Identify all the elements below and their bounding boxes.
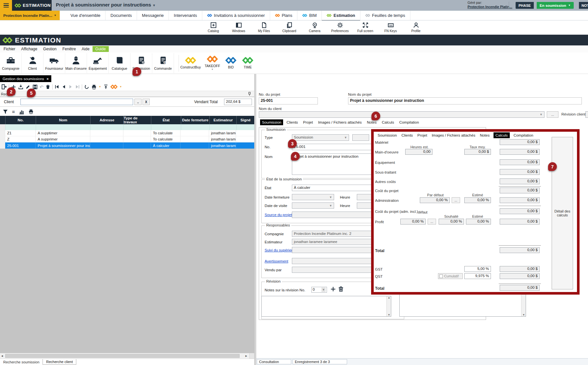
tab-intervenants[interactable]: Intervenants (169, 11, 202, 20)
diamond-icon[interactable] (110, 85, 118, 89)
doc-tab-gestion-soumissions[interactable]: Gestion des soumissions × (0, 75, 51, 82)
compagnie-button[interactable]: Compagnie (0, 53, 22, 73)
full-screen-button[interactable]: Full screen (353, 22, 378, 33)
textarea-scrollbar[interactable]: ▲ ▼ (386, 296, 391, 316)
profit-estime[interactable]: 0,00 % (466, 219, 491, 225)
tab-soumission[interactable]: Soumission (377, 133, 397, 138)
constructbuy-button[interactable]: ConstructBuy (179, 53, 202, 73)
sous-traitant-total[interactable]: 0,00 $ (500, 169, 540, 175)
exit-icon[interactable] (1, 84, 7, 90)
client-button[interactable]: Client (22, 53, 44, 73)
profit-defaut[interactable]: 0,00 % (400, 219, 426, 225)
menu-fenetre[interactable]: Fenêtre (59, 46, 79, 52)
tab-messagerie[interactable]: Messagerie (137, 11, 169, 20)
tab-plans[interactable]: Plans (270, 11, 298, 20)
detail-calculs-button[interactable]: Détail des calculs (552, 137, 573, 289)
autres-couts-total[interactable]: 0,00 $ (500, 178, 540, 184)
scrollbar-thumb[interactable] (5, 354, 240, 358)
main-doeuvre-button[interactable]: Main d'oeuvre (65, 53, 87, 73)
preferences-button[interactable]: Preferences (327, 22, 353, 33)
tab-images-fichiers[interactable]: Images / Fichiers attachés (316, 119, 364, 125)
profit-souhaite[interactable]: 0,00 % (439, 219, 464, 225)
col-no[interactable]: No. (6, 116, 36, 124)
undo-icon[interactable]: ↶ (40, 84, 44, 90)
client-input[interactable] (20, 99, 133, 105)
tab-bim[interactable]: BIM (297, 11, 322, 20)
print-grid-icon[interactable] (28, 109, 34, 114)
tab-vue-densemble[interactable]: Vue d'ensemble (66, 11, 106, 20)
date-visite-dropdown[interactable]: ▼ (292, 202, 334, 209)
fournisseur-button[interactable]: Fournisseur (44, 53, 65, 73)
guide-step-6[interactable]: 6 (371, 112, 380, 120)
catalog-button[interactable]: Catalog (201, 22, 226, 33)
total-value[interactable]: 0,00 $ (500, 247, 540, 253)
type-dropdown[interactable]: Soumission▼ (292, 134, 349, 141)
chevron-down-icon[interactable]: ▼ (119, 85, 122, 88)
col-etat[interactable]: État (151, 116, 181, 124)
takeoff-button[interactable]: TAKEOFF ▼ (202, 53, 222, 73)
guide-step-7[interactable]: 7 (548, 162, 557, 171)
cout-projet-adm-total[interactable]: 0,00 $ (500, 208, 540, 214)
col-estimateur[interactable]: Estimateur (210, 116, 237, 124)
administration-estime[interactable]: 0,00 % (464, 197, 491, 203)
chevron-down-icon[interactable]: ▼ (329, 203, 332, 208)
delete-revision-icon[interactable] (338, 286, 344, 292)
chevron-down-icon[interactable]: ▼ (321, 287, 326, 292)
guide-step-5[interactable]: 5 (27, 89, 36, 97)
revision-no-select[interactable]: 0 ▼ (311, 287, 327, 293)
table-row-selected[interactable]: 25-001 Projet à soumissionner pour instr… (0, 142, 254, 149)
avertissement-link[interactable]: Avertissement (265, 259, 288, 263)
scroll-left-icon[interactable]: ◄ (1, 354, 4, 358)
project-title-dropdown[interactable]: Projet à soumissionner pour instructions… (56, 2, 156, 7)
scroll-up-icon[interactable]: ▲ (388, 296, 390, 299)
col-signe[interactable]: Signé (237, 116, 254, 124)
qst-rate[interactable]: 9,975 % (464, 273, 491, 279)
notes-badge[interactable]: NOT (579, 2, 588, 9)
tab-calculs[interactable]: Calculs (380, 119, 396, 125)
nom-client-value[interactable]: ▼ (259, 111, 544, 118)
col-date-fermeture[interactable]: Date fermeture (181, 116, 210, 124)
commande-button[interactable]: $ Commande (152, 53, 174, 73)
guide-step-3[interactable]: 3 (288, 139, 297, 148)
gst-total[interactable]: 0,00 $ (500, 266, 540, 272)
first-record-icon[interactable] (55, 84, 59, 89)
tab-calculs-selected[interactable]: Calculs (494, 132, 510, 138)
tab-invitations[interactable]: Invitations à soumissionner (202, 11, 270, 20)
profit-total[interactable]: 0,00 $ (500, 219, 540, 225)
source-projet-link[interactable]: Source du projet (265, 213, 292, 217)
cumulatif-checkbox[interactable]: Cumulatif (438, 273, 463, 279)
date-fermeture-dropdown[interactable]: ▼ (292, 194, 334, 200)
scroll-right-icon[interactable]: ► (245, 354, 248, 358)
table-row[interactable]: Z A supprimer To calculate jonathan lara… (0, 136, 254, 142)
chevron-down-icon[interactable]: ▼ (540, 112, 543, 117)
no-projet-value[interactable]: 25-001 (259, 97, 318, 104)
summary-icon[interactable]: = (12, 109, 15, 115)
col-nom[interactable]: Nom (36, 116, 91, 124)
export-icon[interactable] (103, 84, 108, 90)
close-icon[interactable]: × (46, 77, 49, 81)
tab-projet[interactable]: Projet (417, 133, 428, 138)
materiel-total[interactable]: 0,00 $ (500, 139, 540, 145)
chevron-down-icon[interactable]: ▼ (329, 195, 332, 200)
tab-compilation[interactable]: Compilation (513, 133, 534, 138)
main-doeuvre-total[interactable]: 0,00 $ (500, 149, 540, 155)
tab-projet[interactable]: Projet (301, 119, 315, 125)
tab-recherche-soumission[interactable]: Recherche soumission (0, 359, 43, 365)
administration-lookup-button[interactable]: ... (452, 197, 460, 203)
equipement-button[interactable]: Équipement (87, 53, 109, 73)
delete-icon[interactable] (45, 84, 50, 90)
bid-button[interactable]: BID (222, 53, 239, 73)
pin-icon[interactable] (247, 92, 252, 96)
import-icon[interactable] (18, 84, 23, 90)
tab-estimation[interactable]: Estimation (322, 11, 360, 21)
col-type-travaux[interactable]: Type de travaux (124, 116, 151, 124)
client-lookup-button[interactable]: .. (134, 99, 142, 105)
scroll-down-icon[interactable]: ▼ (388, 313, 390, 316)
tab-clients[interactable]: Clients (401, 133, 413, 138)
previous-record-icon[interactable] (61, 84, 66, 89)
client-clear-button[interactable]: X (143, 99, 150, 105)
col-adresse[interactable]: Adresse (91, 116, 124, 124)
tab-images-fichiers[interactable]: Images / Fichiers attachés (431, 133, 476, 138)
equipement-total[interactable]: 0,00 $ (500, 159, 540, 165)
tab-documents[interactable]: Documents (106, 11, 137, 20)
